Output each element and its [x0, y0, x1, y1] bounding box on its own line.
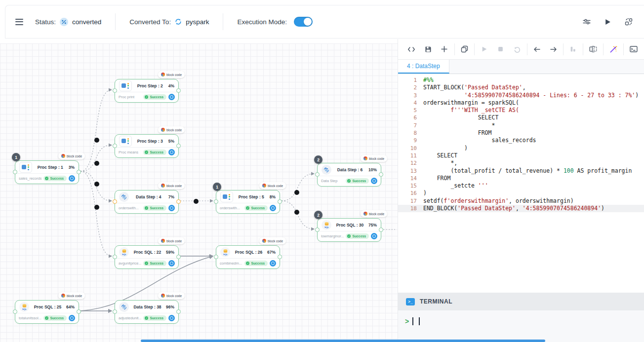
output-port[interactable] [278, 199, 282, 204]
code-line: 15 _setcte ''' [398, 182, 644, 190]
add-icon[interactable] [441, 45, 448, 53]
input-port[interactable] [214, 255, 218, 259]
code-icon[interactable] [407, 45, 415, 53]
arrow-right-icon[interactable] [550, 45, 557, 53]
block-code-chip[interactable]: block code [158, 237, 185, 244]
input-port[interactable] [13, 170, 17, 174]
flow-node-proc-sql-22[interactable]: block codeSQLProc SQL : 2259%avgunitpric… [115, 245, 179, 269]
terminal-header[interactable]: >_ TERMINAL [398, 293, 644, 310]
flow-node-proc-step-1[interactable]: 1block codeProc Step : 13%sales_recordsS… [15, 160, 79, 184]
terminal-body[interactable]: > [398, 310, 644, 342]
block-code-icon [363, 212, 367, 216]
node-action-button[interactable] [168, 315, 175, 321]
tab-datastep[interactable]: 4 : DataStep [398, 60, 449, 74]
node-action-button[interactable] [371, 178, 377, 184]
input-port[interactable] [13, 309, 17, 314]
node-action-button[interactable] [168, 149, 175, 155]
code-editor[interactable]: 1#%%2START_BLOCK('Passed DataStep',3 '4:… [398, 74, 644, 293]
node-action-button[interactable] [270, 205, 276, 211]
terminal-icon[interactable] [630, 45, 638, 53]
output-port[interactable] [176, 88, 181, 93]
flow-node-proc-step-3[interactable]: block codeProc Step : 35%Proc meansSucce… [115, 134, 179, 158]
flow-node-proc-sql-26[interactable]: block codeSQLProc SQL : 2667%combinedm..… [216, 245, 280, 269]
line-number: 13 [398, 167, 423, 175]
compare-icon[interactable] [589, 45, 597, 53]
toolbar-separator [603, 43, 604, 55]
node-action-button[interactable] [69, 175, 75, 182]
chart-icon[interactable] [569, 45, 577, 53]
node-action-button[interactable] [168, 260, 175, 266]
execution-mode-toggle[interactable] [294, 17, 313, 27]
hamburger-menu-icon[interactable] [15, 19, 23, 25]
output-port[interactable] [379, 172, 383, 177]
output-port[interactable] [77, 170, 81, 174]
copy-icon[interactable] [461, 45, 468, 53]
input-port[interactable] [315, 172, 320, 177]
save-icon[interactable] [424, 45, 432, 53]
node-title: Proc SQL : 30 [334, 223, 366, 228]
status-badge: Success [43, 315, 67, 321]
output-port[interactable] [278, 255, 282, 259]
input-port[interactable] [113, 144, 117, 148]
flow-node-data-step-6[interactable]: 2block codeData Step : 610%Data StepSucc… [317, 163, 381, 187]
node-action-button[interactable] [270, 260, 276, 266]
horizontal-scrollbar[interactable] [141, 340, 545, 342]
output-port[interactable] [176, 144, 181, 148]
arrow-left-icon[interactable] [533, 45, 541, 53]
flow-node-data-step-4[interactable]: block codeData Step : 47%orderswith...Su… [115, 190, 179, 214]
magic-wand-icon[interactable] [609, 45, 617, 53]
block-code-chip[interactable]: block code [361, 155, 387, 162]
node-subtitle: combinedm... [220, 261, 242, 266]
output-port[interactable] [176, 309, 181, 314]
input-port[interactable] [113, 309, 117, 314]
input-port[interactable] [113, 199, 117, 204]
layout-icon[interactable] [624, 17, 633, 26]
node-action-button[interactable] [69, 315, 75, 321]
block-code-chip[interactable]: block code [361, 210, 387, 217]
flow-node-proc-sql-30[interactable]: 2block codeSQLProc SQL : 3075%lowmargino… [317, 218, 381, 242]
node-action-button[interactable] [371, 233, 377, 239]
block-code-icon [363, 156, 367, 160]
input-port[interactable] [113, 88, 117, 93]
output-port[interactable] [176, 199, 181, 204]
line-number: 2 [398, 84, 423, 91]
block-code-chip[interactable]: block code [259, 237, 286, 244]
block-code-chip[interactable]: block code [158, 182, 185, 189]
node-action-button[interactable] [168, 94, 175, 100]
input-port[interactable] [214, 199, 218, 204]
terminal-icon: >_ [406, 298, 415, 305]
run-icon[interactable] [481, 45, 488, 53]
flow-canvas[interactable]: block codeProc Step : 24%Proc printSucce… [0, 43, 398, 342]
node-footer: lowmarginor...Success [318, 231, 381, 241]
svg-text:SQL: SQL [22, 308, 27, 310]
node-subtitle: totalunitssol... [19, 316, 41, 320]
undo-icon[interactable] [513, 45, 521, 53]
node-footer: orderswith...Success [115, 203, 178, 213]
flow-edge [282, 201, 314, 229]
block-code-chip[interactable]: block code [158, 292, 185, 299]
output-port[interactable] [77, 309, 81, 314]
code-text: SELECT [423, 152, 457, 159]
code-line: 17setdf(f'orderswithmargin', orderswithm… [398, 197, 644, 205]
run-icon[interactable] [604, 18, 611, 26]
flow-node-proc-sql-25[interactable]: block codeSQLProc SQL : 2564%totalunitss… [15, 300, 79, 324]
block-code-chip[interactable]: block code [158, 126, 185, 133]
input-port[interactable] [315, 228, 320, 232]
node-percent: 96% [166, 304, 174, 309]
node-action-button[interactable] [168, 205, 175, 211]
filters-icon[interactable] [582, 18, 591, 26]
stop-icon[interactable] [497, 45, 504, 53]
block-code-chip[interactable]: block code [58, 152, 85, 159]
block-code-chip[interactable]: block code [259, 182, 286, 189]
code-text: _setcte ''' [423, 182, 488, 190]
flow-node-proc-step-5[interactable]: 1block codeProc Step : 58%orderswith...S… [216, 190, 280, 214]
block-code-chip[interactable]: block code [158, 71, 185, 78]
input-port[interactable] [113, 255, 117, 259]
check-icon [246, 262, 249, 265]
block-code-chip[interactable]: block code [58, 292, 85, 299]
flow-node-proc-step-2[interactable]: block codeProc Step : 24%Proc printSucce… [115, 79, 179, 103]
output-port[interactable] [176, 255, 181, 259]
code-text: orderswithmargin = sparkSQL( [423, 99, 519, 107]
flow-node-data-step-38[interactable]: block codeData Step : 3896%adjustedunit.… [115, 300, 179, 324]
output-port[interactable] [379, 228, 383, 232]
